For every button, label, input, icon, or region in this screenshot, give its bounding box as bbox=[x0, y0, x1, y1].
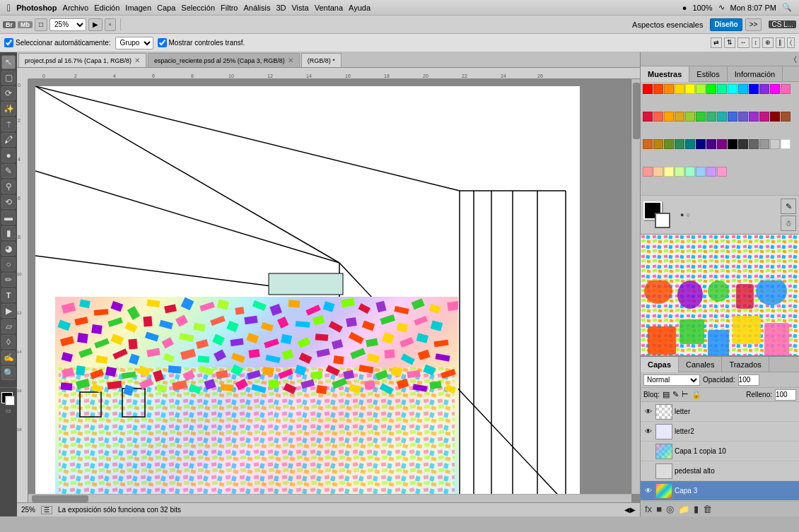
tab-project-close[interactable]: ✕ bbox=[134, 57, 140, 64]
swatch-12[interactable] bbox=[770, 84, 780, 94]
panel-resize-icon[interactable]: 〈 bbox=[794, 55, 796, 64]
tool-zoom[interactable]: 🔍 bbox=[1, 366, 16, 380]
tool-type[interactable]: T bbox=[1, 288, 16, 302]
folder-icon[interactable]: 📁 bbox=[678, 504, 689, 514]
tab-espacio-close[interactable]: ✕ bbox=[288, 57, 293, 64]
swatch-37[interactable] bbox=[738, 139, 748, 149]
swatch-47[interactable] bbox=[696, 167, 706, 177]
tab-extra[interactable]: (RGB/8) * bbox=[301, 53, 342, 67]
swatch-13[interactable] bbox=[781, 84, 791, 94]
tab-informacion[interactable]: Información bbox=[728, 66, 783, 82]
swatch-5[interactable] bbox=[696, 84, 706, 94]
add-mask-icon[interactable]: ■ bbox=[656, 504, 662, 514]
tool-magic-wand[interactable]: ✨ bbox=[1, 102, 16, 116]
swatch-45[interactable] bbox=[675, 167, 684, 177]
lock-transparent-icon[interactable]: ▤ bbox=[663, 390, 670, 399]
swatch-11[interactable] bbox=[759, 84, 769, 94]
arrange-btn[interactable]: ▫ bbox=[105, 18, 116, 31]
menu-archivo[interactable]: Archivo bbox=[63, 4, 89, 12]
tool-lasso[interactable]: ⟳ bbox=[1, 86, 16, 100]
tool-crop[interactable]: ⍑ bbox=[1, 117, 16, 131]
menu-ventana[interactable]: Ventana bbox=[315, 4, 343, 12]
fg-bg-colors[interactable] bbox=[1, 392, 16, 406]
eye-capa3[interactable]: 👁 bbox=[643, 486, 653, 496]
tool-dodge[interactable]: ○ bbox=[1, 257, 16, 271]
fx-icon[interactable]: fx bbox=[645, 504, 652, 514]
layer-capa1-copia10[interactable]: Capa 1 copia 10 bbox=[641, 442, 799, 461]
tool-eyedropper[interactable]: 🖍 bbox=[1, 133, 16, 147]
swatch-20[interactable] bbox=[706, 112, 716, 122]
tool-select-rect[interactable]: ▢ bbox=[1, 71, 16, 85]
tool-move[interactable]: ↖ bbox=[1, 55, 16, 69]
br-badge[interactable]: Br bbox=[3, 21, 16, 28]
swatch-17[interactable] bbox=[675, 112, 684, 122]
mb-badge[interactable]: Mb bbox=[18, 21, 33, 28]
eye-capa1-copia[interactable] bbox=[643, 447, 653, 456]
menu-capa[interactable]: Capa bbox=[157, 4, 175, 12]
camera-tool-icon[interactable]: ☃ bbox=[781, 215, 796, 231]
swatch-19[interactable] bbox=[696, 112, 706, 122]
tool-3d[interactable]: ◊ bbox=[1, 335, 16, 349]
extend-btn[interactable]: >> bbox=[745, 18, 762, 31]
swatch-38[interactable] bbox=[749, 139, 759, 149]
menu-ayuda[interactable]: Ayuda bbox=[349, 4, 371, 12]
swatch-16[interactable] bbox=[664, 112, 674, 122]
swatch-44[interactable] bbox=[664, 167, 674, 177]
swatch-1[interactable] bbox=[653, 84, 663, 94]
tab-espacio[interactable]: espacio_reciente.psd al 25% (Capa 3, RGB… bbox=[148, 53, 300, 67]
lock-image-icon[interactable]: ✎ bbox=[672, 390, 679, 399]
auto-select-checkbox[interactable] bbox=[4, 38, 13, 47]
tool-gradient[interactable]: ▮ bbox=[1, 226, 16, 240]
tool-hand[interactable]: ✍ bbox=[1, 350, 16, 365]
swatch-23[interactable] bbox=[738, 112, 748, 122]
tool-clone[interactable]: ⚲ bbox=[1, 179, 16, 194]
swatch-6[interactable] bbox=[706, 84, 716, 94]
lock-position-icon[interactable]: ⊢ bbox=[682, 390, 689, 399]
tab-project[interactable]: project.psd al 16.7% (Capa 1, RGB/8) ✕ bbox=[18, 53, 146, 67]
menu-imagen[interactable]: Imagen bbox=[125, 4, 151, 12]
scroll-thumb-v[interactable] bbox=[633, 83, 640, 139]
tool-shape[interactable]: ▱ bbox=[1, 319, 16, 333]
swatch-26[interactable] bbox=[770, 112, 780, 122]
swatch-29[interactable] bbox=[653, 139, 663, 149]
tool-spot-heal[interactable]: ● bbox=[1, 148, 16, 162]
swatch-27[interactable] bbox=[781, 112, 791, 122]
swatch-40[interactable] bbox=[770, 139, 780, 149]
new-layer-icon[interactable]: ▮ bbox=[694, 504, 699, 514]
swatch-31[interactable] bbox=[675, 139, 684, 149]
menu-seleccion[interactable]: Selección bbox=[181, 4, 215, 12]
delete-layer-icon[interactable]: 🗑 bbox=[703, 504, 712, 514]
swatch-9[interactable] bbox=[738, 84, 748, 94]
tab-canales[interactable]: Canales bbox=[679, 357, 722, 372]
swatch-25[interactable] bbox=[759, 112, 769, 122]
eye-pedestal[interactable] bbox=[643, 466, 653, 476]
adjustment-icon[interactable]: ◎ bbox=[666, 504, 674, 514]
swatch-28[interactable] bbox=[643, 139, 653, 149]
swatch-34[interactable] bbox=[706, 139, 716, 149]
fg-bg-color-picker[interactable] bbox=[643, 201, 670, 228]
swatch-33[interactable] bbox=[696, 139, 706, 149]
layer-letter[interactable]: 👁 letter bbox=[641, 402, 799, 422]
swatch-49[interactable] bbox=[717, 167, 727, 177]
app-name-menu[interactable]: Photoshop bbox=[16, 4, 57, 12]
scrollbar-horizontal[interactable] bbox=[28, 494, 631, 502]
swatch-4[interactable] bbox=[685, 84, 695, 94]
layer-letter2[interactable]: 👁 letter2 bbox=[641, 422, 799, 442]
menu-edicion[interactable]: Edición bbox=[94, 4, 119, 12]
layer-pedestal[interactable]: pedestal alto bbox=[641, 461, 799, 481]
swatch-3[interactable] bbox=[675, 84, 684, 94]
show-controls-checkbox[interactable] bbox=[158, 38, 167, 47]
opacity-input[interactable] bbox=[738, 374, 759, 386]
apple-icon[interactable]:  bbox=[7, 2, 11, 13]
swatch-48[interactable] bbox=[706, 167, 716, 177]
eye-letter2[interactable]: 👁 bbox=[643, 427, 653, 437]
swatch-21[interactable] bbox=[717, 112, 727, 122]
zoom-select[interactable]: 25%50%100% bbox=[49, 18, 86, 31]
swatch-39[interactable] bbox=[759, 139, 769, 149]
status-nav-prev[interactable]: ◀ bbox=[624, 506, 630, 514]
canvas-viewport[interactable] bbox=[28, 79, 640, 502]
tool-pen[interactable]: ✏ bbox=[1, 273, 16, 287]
tool-brush[interactable]: ✎ bbox=[1, 164, 16, 178]
swatch-8[interactable] bbox=[728, 84, 737, 94]
auto-select-type[interactable]: GrupoCapa bbox=[115, 37, 153, 49]
